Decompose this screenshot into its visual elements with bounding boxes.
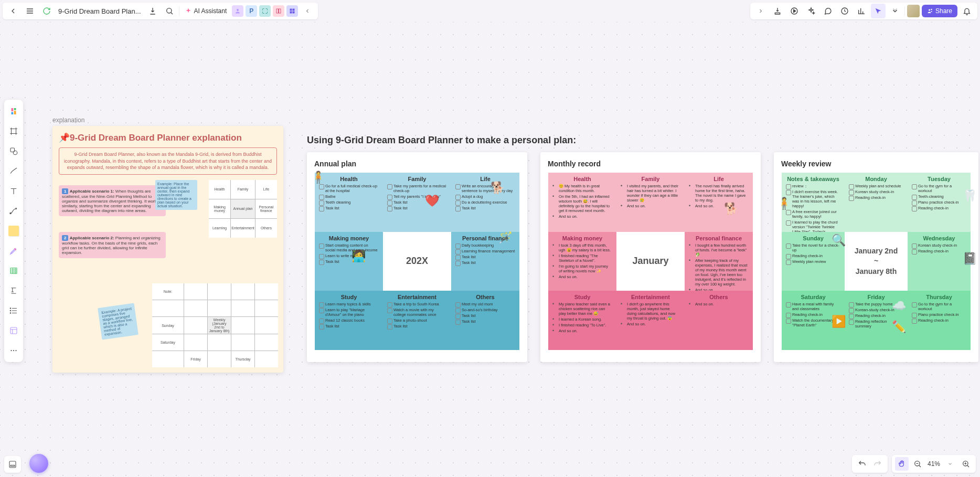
menu-button[interactable] [23, 4, 37, 18]
undo-redo-group [852, 455, 888, 473]
highlighter-tool[interactable] [6, 243, 21, 258]
play-button[interactable] [787, 4, 802, 18]
share-button[interactable]: Share [922, 5, 957, 17]
grid-cell[interactable]: ThursdayGo to the gym for a workoutPiano… [908, 291, 971, 350]
annual-grid[interactable]: HealthGo for a full medical check-up at … [314, 172, 520, 351]
zoom-level[interactable]: 41% [926, 460, 941, 468]
svg-point-21 [13, 350, 14, 351]
weekly-review-title: Weekly review [781, 160, 971, 168]
comment-button[interactable] [821, 4, 835, 18]
grid-cell[interactable]: StudyMy piano teacher said even a chicke… [548, 291, 616, 350]
explanation-panel[interactable]: 📌9-Grid Dream Board Planner explanation … [52, 126, 283, 373]
collab-chip-4[interactable] [273, 5, 284, 17]
grid-cell[interactable]: LifeWrite an encouraging sentence to mys… [451, 173, 519, 232]
section-heading: Using 9-Grid Dream Board Planner to make… [307, 135, 576, 146]
nav-next-button[interactable] [753, 4, 768, 18]
svg-point-0 [166, 8, 171, 13]
list-tool[interactable] [6, 303, 21, 318]
explanation-title: 📌9-Grid Dream Board Planner explanation [59, 132, 277, 143]
notifications-button[interactable] [960, 4, 974, 18]
ai-orb-button[interactable] [29, 454, 48, 473]
grid-cell[interactable]: EntertainmentI didn't go anywhere this m… [616, 291, 685, 350]
sticky-note-example[interactable]: Example: A project comprises five stages… [98, 303, 139, 340]
svg-point-22 [15, 350, 16, 351]
table-tool[interactable] [6, 263, 21, 278]
search-button[interactable] [162, 4, 177, 18]
grid-cell[interactable]: MondayWeekly plan and scheduleKorean stu… [845, 173, 908, 232]
download-button[interactable] [145, 4, 160, 18]
frame-tool[interactable] [6, 124, 21, 139]
collab-chip-3[interactable] [259, 5, 271, 17]
grid-cell[interactable]: Making moneyStart creating content on so… [315, 232, 383, 291]
grid-cell[interactable]: TuesdayGo to the gym for a workoutTeeth-… [908, 173, 971, 232]
grid-cell[interactable]: EntertainmentTake a trip to South KoreaW… [383, 291, 451, 350]
grid-cell[interactable]: January 2nd~January 8th [845, 232, 908, 291]
grid-cell[interactable]: OthersMeet my old momSo-and-so's birthda… [451, 291, 519, 350]
pen-tool[interactable] [6, 164, 21, 178]
chart-button[interactable] [854, 4, 869, 18]
text-tool[interactable] [6, 184, 21, 198]
grid-cell[interactable]: Notes & takeawaysreview：I didn't exercis… [782, 173, 845, 232]
grid-cell[interactable]: Personal financeI bought a few hundred w… [685, 232, 753, 291]
grid-cell[interactable]: FamilyI visited my parents, and their ha… [616, 173, 685, 232]
svg-point-13 [13, 151, 17, 155]
grid-cell[interactable]: OthersAnd so on. [685, 291, 753, 350]
collab-chip-5[interactable] [286, 5, 298, 17]
annual-plan-title: Annual plan [314, 160, 520, 168]
scenario-2: 2 Applicable scenario 2: Planning and or… [59, 232, 166, 258]
svg-rect-7 [293, 12, 295, 14]
monthly-grid[interactable]: Health😊 My health is in great condition … [548, 172, 753, 351]
template-tool[interactable] [6, 323, 21, 338]
cursor-mode-button[interactable] [871, 4, 886, 18]
annual-plan-panel[interactable]: Annual plan HealthGo for a full medical … [307, 152, 527, 362]
zoom-out-button[interactable] [911, 457, 924, 471]
svg-rect-24 [10, 465, 15, 467]
grid-cell[interactable]: Health😊 My health is in great condition … [548, 173, 616, 232]
zoom-in-button[interactable] [959, 457, 973, 471]
mini-grid-1[interactable]: HealthFamilyLifeMaking moneyAnnual planP… [209, 180, 277, 238]
redo-button[interactable] [871, 457, 885, 471]
weekly-grid[interactable]: Notes & takeawaysreview：I didn't exercis… [781, 172, 971, 351]
weekly-review-panel[interactable]: Weekly review Notes & takeawaysreview：I … [774, 152, 978, 362]
svg-rect-4 [290, 9, 292, 11]
sticky-note-tool[interactable] [6, 224, 21, 238]
more-menu-button[interactable] [888, 4, 902, 18]
sparkle-button[interactable] [804, 4, 818, 18]
back-button[interactable] [6, 4, 20, 18]
hand-tool[interactable] [895, 457, 909, 471]
grid-cell[interactable]: StudyLearn many topics & skillsLearn to … [315, 291, 383, 350]
monthly-record-panel[interactable]: Monthly record Health😊 My health is in g… [540, 152, 761, 362]
monthly-record-title: Monthly record [548, 160, 753, 168]
collab-prev-button[interactable] [300, 4, 315, 18]
document-title[interactable]: 9-Grid Dream Board Plan... [56, 7, 143, 15]
import-button[interactable] [770, 4, 785, 18]
calendar-grid[interactable]: Note:SundayWeekly (January 2nd to Januar… [152, 283, 278, 367]
grid-cell[interactable]: WednesdayKorean study check-inReading ch… [908, 232, 971, 291]
svg-point-16 [10, 308, 11, 309]
grid-cell[interactable]: LifeThe novel has finally arrived home f… [685, 173, 753, 232]
scenario-1: 1 Applicable scenario 1: When thoughts a… [59, 185, 166, 216]
zoom-dropdown[interactable] [943, 457, 957, 471]
grid-cell[interactable]: January [616, 232, 685, 291]
more-tools[interactable] [6, 343, 21, 358]
sync-icon[interactable] [39, 4, 54, 18]
text-block-tool[interactable] [6, 283, 21, 298]
collab-chip-1[interactable] [232, 5, 243, 17]
grid-cell[interactable]: 202X [383, 232, 451, 291]
history-button[interactable] [837, 4, 852, 18]
ai-assistant-button[interactable]: AI Assistant [182, 6, 230, 16]
topbar-right: Share [750, 3, 977, 19]
connector-tool[interactable] [6, 204, 21, 218]
layers-button[interactable] [4, 456, 21, 473]
svg-point-20 [10, 350, 12, 351]
share-label: Share [935, 7, 952, 15]
ai-assistant-label: AI Assistant [194, 7, 227, 15]
user-avatar[interactable] [907, 5, 920, 17]
svg-point-1 [237, 9, 239, 11]
collab-chip-2[interactable]: P [246, 5, 257, 17]
logo-icon[interactable] [6, 104, 21, 119]
grid-cell[interactable]: FamilyTake my parents for a medical chec… [383, 173, 451, 232]
shape-tool[interactable] [6, 144, 21, 158]
undo-button[interactable] [855, 457, 869, 471]
grid-cell[interactable]: Making moneyI took 3 days off this month… [548, 232, 616, 291]
